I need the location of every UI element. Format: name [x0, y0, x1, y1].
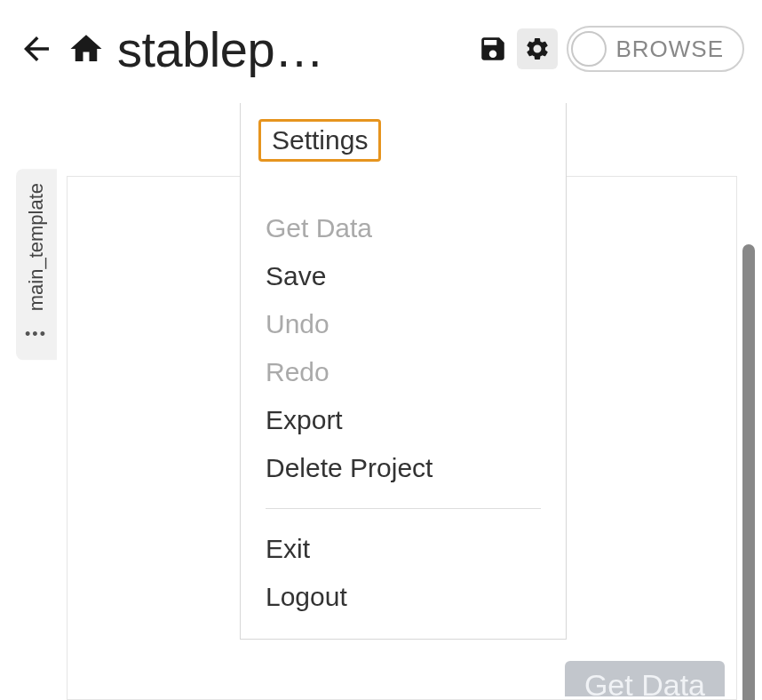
gear-icon[interactable]: [517, 28, 558, 69]
menu-item-delete-project[interactable]: Delete Project: [241, 444, 566, 492]
home-icon[interactable]: [67, 30, 105, 68]
browse-toggle-pill[interactable]: BROWSE: [567, 26, 744, 72]
menu-item-settings[interactable]: Settings: [258, 119, 381, 162]
menu-item-export[interactable]: Export: [241, 396, 566, 444]
save-icon[interactable]: [478, 34, 508, 64]
scrollbar-thumb[interactable]: [742, 244, 755, 700]
browse-label: BROWSE: [615, 36, 740, 63]
menu-item-logout[interactable]: Logout: [241, 573, 566, 621]
template-tab[interactable]: ••• main_template: [16, 169, 57, 360]
template-tab-label: main_template: [25, 183, 48, 311]
settings-dropdown-menu: Settings Get Data Save Undo Redo Export …: [240, 103, 567, 640]
toolbar: stablep… BROWSE: [0, 0, 762, 98]
menu-spacer: [241, 169, 566, 204]
project-title: stablep…: [117, 20, 324, 78]
more-dots-icon[interactable]: •••: [26, 325, 48, 344]
menu-item-redo[interactable]: Redo: [241, 348, 566, 396]
menu-item-exit[interactable]: Exit: [241, 525, 566, 573]
menu-item-get-data[interactable]: Get Data: [241, 204, 566, 252]
menu-divider: [266, 508, 541, 509]
menu-item-save[interactable]: Save: [241, 252, 566, 300]
get-data-button[interactable]: Get Data: [565, 661, 725, 696]
toolbar-left: stablep…: [18, 20, 469, 78]
back-arrow-icon[interactable]: [18, 30, 55, 68]
toggle-knob[interactable]: [571, 31, 607, 67]
scrollbar[interactable]: [742, 244, 755, 700]
menu-item-undo[interactable]: Undo: [241, 300, 566, 348]
toolbar-right: BROWSE: [478, 26, 744, 72]
